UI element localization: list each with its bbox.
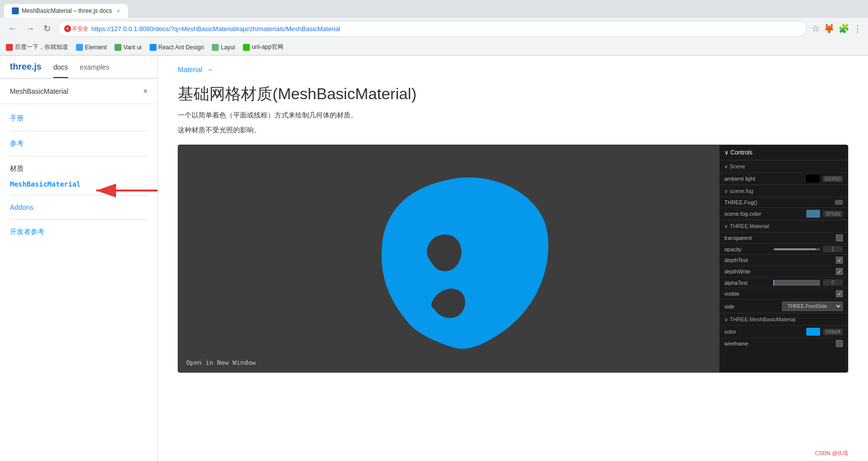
menu-icon[interactable]: ⋮ (853, 23, 862, 34)
scene-header[interactable]: ∨ Scene (719, 160, 848, 172)
color-row: color 049ef4 (719, 325, 848, 338)
visible-checkbox[interactable] (836, 290, 843, 297)
fog-header[interactable]: ∨ scene.fog (719, 185, 848, 197)
meshbasic-section: ∨ THREE.MeshBasicMaterial color 049ef4 w… (719, 313, 848, 349)
sidebar-close-btn[interactable]: × (143, 87, 148, 96)
wireframe-label: wireframe (724, 341, 833, 346)
alphatest-slider[interactable] (773, 280, 820, 286)
side-row: side THREE.FrontSide THREE.BackSide THRE… (719, 299, 848, 313)
controls-panel: ∨ Controls ∨ Scene ambient light 000000 (719, 145, 848, 372)
fog-chevron: ∨ (724, 189, 728, 194)
opacity-value: 1 (823, 246, 843, 252)
bookmark-layui[interactable]: Layui (212, 44, 235, 51)
depthwrite-label: depthWrite (724, 269, 833, 274)
breadcrumb-material[interactable]: Material (178, 66, 202, 74)
address-bar[interactable]: ✕ 不安全 https://127.0.0.1:8080/docs/?q=Mes… (58, 21, 807, 37)
material-header[interactable]: ∨ THREE.Material (719, 220, 848, 232)
sidebar-item-meshbasicmaterial[interactable]: MeshBasicMaterial (0, 177, 158, 191)
transparent-checkbox[interactable] (836, 234, 843, 241)
fog-header-label: scene.fog (730, 188, 753, 194)
nav-examples[interactable]: examples (80, 57, 110, 78)
profile-icon[interactable]: 🦊 (824, 23, 834, 34)
bookmark-vant[interactable]: Vant ui (115, 44, 141, 51)
reload-button[interactable]: ↻ (41, 21, 53, 36)
security-label: 不安全 (72, 25, 88, 33)
back-button[interactable]: ← (6, 22, 19, 36)
divider-4 (10, 219, 148, 220)
sidebar-section-materials: 材质 (0, 160, 158, 177)
transparent-row: transparent (719, 232, 848, 243)
sidebar-section-reference[interactable]: 参考 (0, 135, 158, 152)
extensions-icon[interactable]: 🧩 (838, 23, 849, 34)
bookmark-react-ant[interactable]: React Ant Design (150, 44, 204, 51)
sidebar-section-manual[interactable]: 手册 (0, 110, 158, 127)
side-dropdown[interactable]: THREE.FrontSide THREE.BackSide THREE.Dou… (782, 302, 843, 311)
meshbasic-header[interactable]: ∨ THREE.MeshBasicMaterial (719, 313, 848, 325)
tab-title: MeshBasicMaterial – three.js docs (22, 7, 112, 14)
tab-bar: MeshBasicMaterial – three.js docs × (0, 0, 868, 18)
bookmark-uniapp[interactable]: uni-app官网 (243, 43, 283, 51)
sidebar-header: MeshBasicMaterial × (0, 79, 158, 104)
meshbasic-chevron: ∨ (724, 317, 728, 322)
opacity-row: opacity 1 (719, 243, 848, 254)
alphatest-label: alphaTest (724, 280, 770, 286)
depthtest-label: depthTest (724, 257, 833, 263)
bookmark-element[interactable]: Element (76, 44, 107, 51)
sidebar-section-dev[interactable]: 开发者参考 (0, 224, 158, 240)
opacity-slider[interactable] (774, 248, 820, 250)
page-note: 这种材质不受光照的影响。 (178, 126, 848, 135)
toolbar-icons: ☆ 🦊 🧩 ⋮ (812, 23, 862, 34)
fog-color-swatch[interactable] (806, 210, 820, 218)
nav-docs[interactable]: docs (53, 57, 68, 78)
fog-color-row: scene.fog.color 3f7b9d (719, 207, 848, 220)
scene-section: ∨ Scene ambient light 000000 (719, 160, 848, 185)
wireframe-checkbox[interactable] (836, 340, 843, 347)
site-logo[interactable]: three.js (10, 56, 41, 78)
depthwrite-checkbox[interactable] (836, 268, 843, 275)
layui-favicon (212, 44, 219, 51)
sidebar-section-addons[interactable]: Addons (0, 199, 158, 215)
controls-header-label: ∨ Controls (724, 149, 752, 156)
bookmark-layui-label: Layui (221, 44, 235, 51)
controls-header[interactable]: ∨ Controls (719, 145, 848, 160)
color-value: 049ef4 (823, 329, 843, 335)
demo-container: Open in New Window ∨ Controls ∨ Scene am… (178, 145, 848, 373)
material-chevron: ∨ (724, 224, 728, 229)
tab-favicon (12, 7, 19, 14)
ambient-light-value: 000000 (823, 176, 843, 182)
sidebar-nav: 手册 参考 材质 MeshBasicMaterial Addons 开发者参考 (0, 104, 158, 461)
main-layout: three.js docs examples MeshBasicMaterial… (0, 56, 868, 461)
fog-three-swatch[interactable] (835, 200, 843, 205)
demo-canvas: Open in New Window (178, 145, 719, 372)
ambient-light-swatch[interactable] (806, 175, 820, 183)
bookmark-react-ant-label: React Ant Design (158, 44, 204, 51)
browser-tab[interactable]: MeshBasicMaterial – three.js docs × (4, 4, 128, 18)
breadcrumb-arrow: → (206, 66, 213, 74)
bookmark-baidu-label: 百度一下，你就知道 (15, 43, 68, 51)
csdn-watermark: CSDN @玖瑶 (815, 450, 848, 457)
divider-1 (10, 131, 148, 131)
fog-section: ∨ scene.fog THREE.Fog() scene.fog.color … (719, 185, 848, 220)
browser-chrome: MeshBasicMaterial – three.js docs × ← → … (0, 0, 868, 56)
page-title: 基础网格材质(MeshBasicMaterial) (178, 83, 848, 105)
fog-three-row: THREE.Fog() (719, 197, 848, 207)
forward-button[interactable]: → (24, 22, 37, 36)
tab-close-btn[interactable]: × (117, 8, 120, 14)
open-window-label[interactable]: Open in New Window (186, 359, 256, 366)
bookmark-baidu[interactable]: 百度一下，你就知道 (6, 43, 68, 51)
sidebar-title: MeshBasicMaterial (10, 87, 68, 95)
bookmarks-bar: 百度一下，你就知道 Element Vant ui React Ant Desi… (0, 39, 868, 55)
divider-3 (10, 195, 148, 195)
element-favicon (76, 44, 83, 51)
fog-color-label: scene.fog.color (724, 211, 803, 217)
visible-label: visible (724, 291, 833, 297)
color-label: color (724, 329, 803, 335)
depthtest-checkbox[interactable] (836, 257, 843, 264)
security-icon: ✕ (64, 25, 71, 32)
bookmark-star-icon[interactable]: ☆ (812, 23, 820, 34)
page-subtitle: 一个以简单着色（平面或线框）方式来绘制几何体的材质。 (178, 111, 848, 120)
color-swatch[interactable] (806, 328, 820, 336)
material-header-label: THREE.Material (730, 223, 769, 229)
security-warning: ✕ 不安全 (64, 25, 88, 33)
bookmark-vant-label: Vant ui (123, 44, 141, 51)
